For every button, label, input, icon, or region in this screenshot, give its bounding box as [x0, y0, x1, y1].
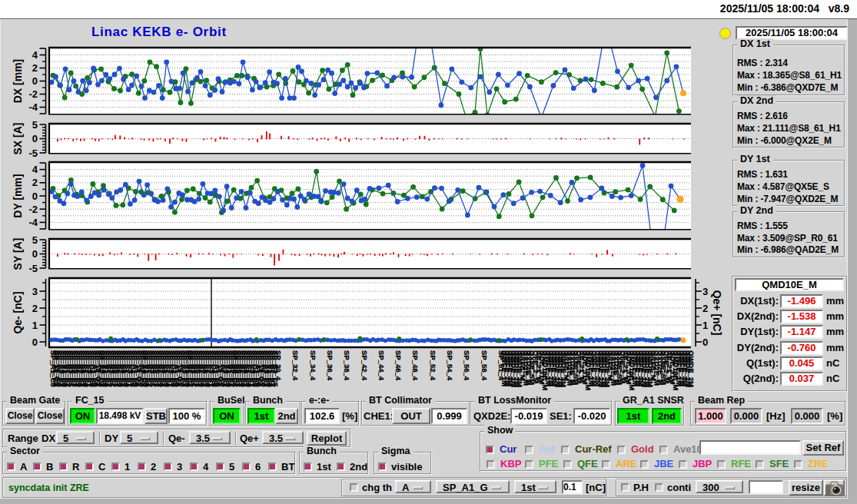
svg-text:SP_38_4: SP_38_4 — [343, 350, 351, 381]
svg-text:3: 3 — [703, 286, 708, 297]
svg-text:QWDE_2M: QWDE_2M — [687, 350, 696, 387]
svg-text:4: 4 — [32, 49, 38, 61]
svg-text:SP_34_4: SP_34_4 — [309, 350, 317, 381]
svg-text:0: 0 — [32, 337, 38, 348]
svg-text:SP_36_4: SP_36_4 — [326, 350, 334, 381]
svg-text:2: 2 — [703, 303, 708, 314]
svg-text:SP_56_4: SP_56_4 — [463, 350, 471, 381]
svg-text:-5: -5 — [28, 263, 38, 274]
svg-text:2: 2 — [32, 62, 38, 74]
svg-text:0: 0 — [32, 191, 38, 202]
svg-text:SP_54_4: SP_54_4 — [446, 350, 454, 381]
svg-text:0: 0 — [32, 75, 38, 87]
svg-text:DX [mm]: DX [mm] — [12, 59, 24, 104]
svg-text:1: 1 — [703, 320, 708, 331]
svg-text:2: 2 — [32, 177, 38, 188]
svg-text:1: 1 — [32, 320, 38, 331]
svg-text:4: 4 — [32, 164, 38, 175]
svg-text:Qe+ [nC]: Qe+ [nC] — [711, 290, 723, 336]
svg-text:SP_48_4: SP_48_4 — [411, 350, 420, 381]
svg-text:SP_32_4: SP_32_4 — [291, 350, 300, 381]
svg-text:0: 0 — [32, 248, 38, 260]
svg-text:SP_30_4: SP_30_4 — [274, 350, 283, 381]
svg-text:SP_52_4: SP_52_4 — [429, 350, 437, 381]
svg-text:5: 5 — [32, 234, 38, 246]
svg-text:SP_46_4: SP_46_4 — [394, 350, 403, 381]
svg-text:-4: -4 — [28, 217, 38, 228]
svg-text:-5: -5 — [28, 148, 38, 159]
svg-text:SX [A]: SX [A] — [12, 123, 24, 155]
svg-text:SP_42_4: SP_42_4 — [360, 350, 369, 381]
svg-text:-2: -2 — [28, 204, 38, 215]
svg-text:-4: -4 — [28, 101, 38, 113]
svg-text:SY [A]: SY [A] — [12, 238, 24, 270]
svg-text:SP_58_4: SP_58_4 — [480, 350, 489, 381]
svg-text:2: 2 — [32, 303, 38, 314]
svg-text:-2: -2 — [28, 88, 38, 100]
svg-text:3: 3 — [32, 286, 38, 297]
svg-text:SP_44_4: SP_44_4 — [377, 350, 386, 381]
svg-text:0: 0 — [32, 133, 38, 144]
svg-text:0: 0 — [703, 337, 708, 348]
svg-text:DY [mm]: DY [mm] — [12, 174, 24, 217]
svg-text:Qe- [nC]: Qe- [nC] — [12, 291, 24, 333]
svg-text:5: 5 — [32, 119, 38, 131]
